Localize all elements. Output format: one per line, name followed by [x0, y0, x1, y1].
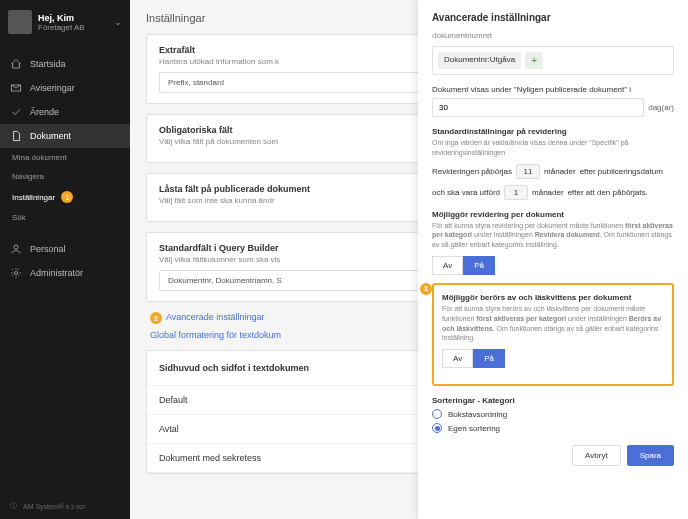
nav-document[interactable]: Dokument — [0, 124, 130, 148]
recent-days-input[interactable] — [432, 98, 644, 117]
per-doc-desc: För att kunna styra revidering per dokum… — [432, 221, 674, 250]
badge-3: 3 — [420, 283, 432, 295]
user-company: Företaget AB — [38, 23, 108, 32]
badge-2: 2 — [150, 312, 162, 324]
svg-point-2 — [15, 272, 18, 275]
toggle-on[interactable]: På — [463, 256, 495, 275]
check-icon — [10, 106, 22, 118]
subnav-settings[interactable]: Inställningar 1 — [0, 186, 130, 208]
nav-admin[interactable]: Administratör — [0, 261, 130, 285]
home-icon — [10, 58, 22, 70]
info-icon: ⓘ — [10, 501, 17, 511]
revision-done-input[interactable]: 1 — [504, 185, 528, 200]
chevron-down-icon: ⌄ — [114, 17, 122, 27]
toggle-off[interactable]: Av — [432, 256, 463, 275]
radio-alphabetical[interactable]: Bokstavsordning — [432, 409, 674, 419]
nav-home[interactable]: Startsida — [0, 52, 130, 76]
avatar — [8, 10, 32, 34]
svg-point-1 — [14, 245, 18, 249]
nav-notifications[interactable]: Aviseringar — [0, 76, 130, 100]
badge-1: 1 — [61, 191, 73, 203]
subnav-mydocs[interactable]: Mina dokument — [0, 148, 130, 167]
highlight-toggle: Av På — [442, 349, 664, 368]
save-button[interactable]: Spara — [627, 445, 674, 466]
app-footer: ⓘ AM System® 6.2.007 — [0, 493, 130, 519]
revision-start-input[interactable]: 11 — [516, 164, 540, 179]
toggle-off[interactable]: Av — [442, 349, 473, 368]
radio-icon — [432, 409, 442, 419]
user-menu[interactable]: Hej, Kim Företaget AB ⌄ — [0, 0, 130, 44]
subnav-search[interactable]: Sök — [0, 208, 130, 227]
subnav-navigate[interactable]: Navigera — [0, 167, 130, 186]
document-icon — [10, 130, 22, 142]
nav-case[interactable]: Ärende — [0, 100, 130, 124]
radio-custom[interactable]: Egen sortering — [432, 423, 674, 433]
radio-icon — [432, 423, 442, 433]
add-chip-button[interactable]: + — [525, 52, 543, 69]
user-greeting: Hej, Kim — [38, 13, 108, 23]
highlight-desc: För att kunna styra berörs av och läskvi… — [442, 304, 664, 343]
cancel-button[interactable]: Avbryt — [572, 445, 621, 466]
chip-docnum[interactable]: Dokumentnr:Utgåva — [438, 52, 521, 69]
highlight-section: 3 Möjliggör berörs av och läskvittens pe… — [432, 283, 674, 386]
advanced-settings-modal: Avancerade inställningar dokumentnumret … — [418, 0, 688, 519]
docnum-chips: Dokumentnr:Utgåva + — [432, 46, 674, 75]
toggle-on[interactable]: På — [473, 349, 505, 368]
gear-icon — [10, 267, 22, 279]
per-doc-toggle: Av På — [432, 256, 674, 275]
person-icon — [10, 243, 22, 255]
sidebar: Hej, Kim Företaget AB ⌄ Startsida Aviser… — [0, 0, 130, 519]
mail-icon — [10, 82, 22, 94]
nav-personal[interactable]: Personal — [0, 237, 130, 261]
